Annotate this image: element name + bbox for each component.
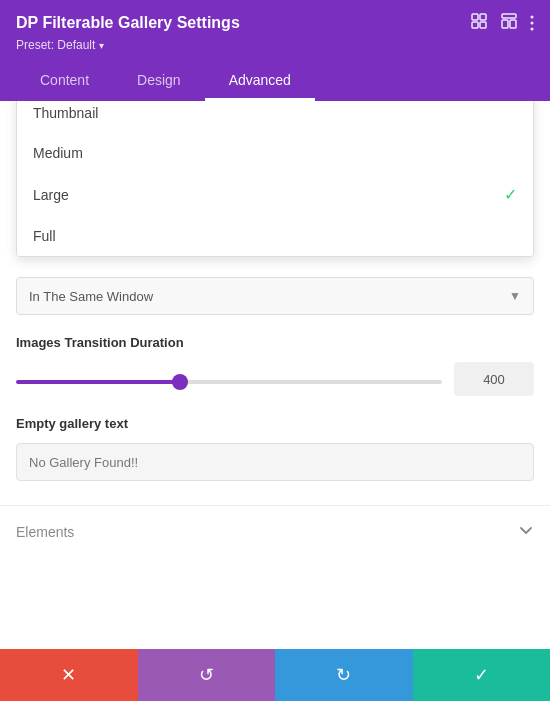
image-size-option-thumbnail[interactable]: Thumbnail	[17, 101, 533, 133]
open-in-select[interactable]: In The Same Window ▼	[16, 277, 534, 315]
header: DP Filterable Gallery Settings	[0, 0, 550, 101]
tab-advanced[interactable]: Advanced	[205, 62, 315, 101]
svg-point-7	[531, 16, 534, 19]
transition-duration-slider-container	[16, 370, 442, 388]
elements-chevron-icon	[518, 522, 534, 541]
image-size-option-medium[interactable]: Medium	[17, 133, 533, 173]
cancel-button[interactable]: ✕	[0, 649, 138, 701]
empty-gallery-section: Empty gallery text	[16, 416, 534, 481]
undo-button[interactable]: ↺	[138, 649, 276, 701]
transition-duration-slider[interactable]	[16, 380, 442, 384]
svg-rect-1	[480, 14, 486, 20]
svg-rect-2	[472, 22, 478, 28]
elements-label: Elements	[16, 524, 74, 540]
svg-rect-5	[502, 20, 508, 28]
transition-duration-row: 400	[16, 362, 534, 396]
empty-gallery-input[interactable]	[16, 443, 534, 481]
image-size-option-large[interactable]: Large ✓	[17, 173, 533, 216]
image-size-section: Image Size Thumbnail Medium Large ✓ Full	[16, 202, 534, 217]
content-area: Column Spacing 20px Image Size Thumbnail…	[0, 101, 550, 649]
tab-design[interactable]: Design	[113, 62, 205, 101]
svg-point-9	[531, 28, 534, 31]
expand-icon[interactable]	[470, 12, 488, 34]
preset-label[interactable]: Preset: Default ▾	[16, 38, 534, 52]
tab-content[interactable]: Content	[16, 62, 113, 101]
transition-duration-value: 400	[454, 362, 534, 396]
layout-icon[interactable]	[500, 12, 518, 34]
open-in-section: In The Same Window ▼	[16, 277, 534, 315]
svg-rect-4	[502, 14, 516, 18]
panel: DP Filterable Gallery Settings	[0, 0, 550, 701]
svg-rect-3	[480, 22, 486, 28]
redo-button[interactable]: ↻	[275, 649, 413, 701]
header-top: DP Filterable Gallery Settings	[16, 12, 534, 34]
empty-gallery-label: Empty gallery text	[16, 416, 534, 431]
panel-title: DP Filterable Gallery Settings	[16, 14, 240, 32]
transition-duration-label: Images Transition Duration	[16, 335, 534, 350]
selected-checkmark-icon: ✓	[504, 185, 517, 204]
more-options-icon[interactable]	[530, 14, 534, 32]
svg-point-8	[531, 22, 534, 25]
open-in-arrow-icon: ▼	[509, 289, 521, 303]
header-icons	[470, 12, 534, 34]
svg-rect-6	[510, 20, 516, 28]
save-button[interactable]: ✓	[413, 649, 551, 701]
image-size-dropdown: Thumbnail Medium Large ✓ Full	[16, 101, 534, 257]
bottom-bar: ✕ ↺ ↻ ✓	[0, 649, 550, 701]
tabs: Content Design Advanced	[16, 62, 534, 101]
image-size-option-full[interactable]: Full	[17, 216, 533, 256]
svg-rect-0	[472, 14, 478, 20]
elements-section[interactable]: Elements	[0, 505, 550, 557]
transition-duration-section: Images Transition Duration 400	[16, 335, 534, 396]
